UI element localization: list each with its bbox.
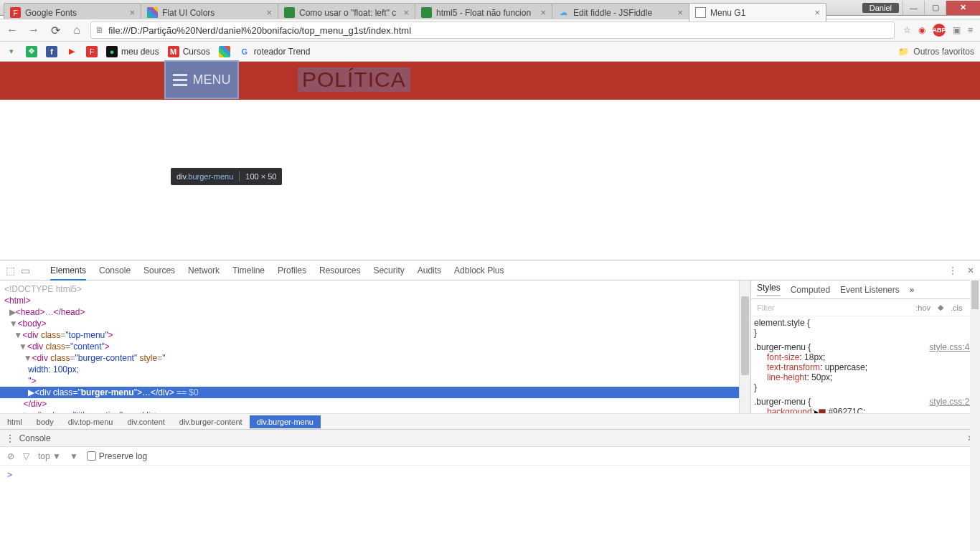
devtools-close-icon[interactable]: ✕ xyxy=(967,265,974,276)
tab-close-icon[interactable]: × xyxy=(540,7,546,18)
inspect-icon[interactable]: ⬚ xyxy=(6,265,15,276)
pin-icon[interactable]: ◆ xyxy=(938,303,943,312)
color-swatch[interactable] xyxy=(819,409,826,413)
styles-tabs: Styles Computed Event Listeners » xyxy=(751,281,980,299)
filter-icon[interactable]: ▽ xyxy=(23,451,29,461)
bookmark-item[interactable]: ●meu deus xyxy=(106,46,159,57)
tab-favicon: F xyxy=(10,7,21,18)
devtools-tab[interactable]: Network xyxy=(188,265,220,279)
bookmark-item[interactable]: ❖ xyxy=(26,46,37,57)
devtools-tab[interactable]: Timeline xyxy=(232,265,265,279)
bookmark-icon: ● xyxy=(106,46,118,57)
scope-select[interactable]: top ▼ xyxy=(38,451,61,461)
drawer-menu-icon[interactable]: ⋮ xyxy=(6,433,14,443)
tab-close-icon[interactable]: × xyxy=(129,7,135,18)
bookmark-icon: G xyxy=(239,46,250,57)
tab-favicon xyxy=(284,7,295,18)
other-bookmarks[interactable]: 📁 Outros favoritos xyxy=(898,47,974,57)
address-text: file:///D:/Partição%20Nerd/daniel%20boni… xyxy=(108,25,411,36)
devtools-body: <!DOCTYPE html5> <html> ▶<head>…</head> … xyxy=(0,281,980,413)
device-icon[interactable]: ▭ xyxy=(21,265,30,276)
breadcrumb-item[interactable]: div.burger-content xyxy=(172,415,250,428)
devtools-tab[interactable]: Console xyxy=(99,265,131,279)
source-link-2[interactable]: style.css:26 xyxy=(929,397,974,407)
tab-close-icon[interactable]: × xyxy=(403,7,409,18)
source-link-1[interactable]: style.css:48 xyxy=(929,342,974,352)
dom-selected-node[interactable]: ▶<div class="burger-menu">…</div> == $0 xyxy=(0,387,739,398)
breadcrumb-item[interactable]: div.burger-menu xyxy=(250,415,321,428)
tab-title: Como usar o "float: left" c xyxy=(299,8,400,18)
camera-icon[interactable]: ▣ xyxy=(953,25,961,35)
devtools-more-icon[interactable]: ⋮ xyxy=(948,265,957,276)
styles-filter[interactable]: Filter xyxy=(757,303,774,312)
bookmark-item[interactable]: f xyxy=(46,46,57,57)
reload-button[interactable]: ⟳ xyxy=(47,24,63,37)
devtools-tab[interactable]: Adblock Plus xyxy=(454,265,504,279)
styles-tab-listeners[interactable]: Event Listeners xyxy=(840,285,900,295)
abp-icon[interactable]: ABP xyxy=(933,24,946,37)
console-tab[interactable]: Console xyxy=(19,433,51,443)
bookmark-star-icon[interactable]: ☆ xyxy=(903,25,911,35)
minimize-button[interactable]: — xyxy=(903,1,924,15)
home-button[interactable]: ⌂ xyxy=(69,24,85,37)
bookmark-icon: ❖ xyxy=(26,46,37,57)
address-bar[interactable]: 🗎 file:///D:/Partição%20Nerd/daniel%20bo… xyxy=(90,22,895,39)
maximize-button[interactable]: ▢ xyxy=(924,1,946,15)
devtools-tab[interactable]: Profiles xyxy=(278,265,306,279)
close-button[interactable]: ✕ xyxy=(946,1,980,15)
bookmark-icon: ▾ xyxy=(6,46,17,57)
extension-icon[interactable]: ◉ xyxy=(918,25,925,35)
bookmark-label: roteador Trend xyxy=(254,47,311,57)
bookmark-item[interactable]: MCursos xyxy=(168,46,210,57)
back-button[interactable]: ← xyxy=(4,24,20,37)
windows-user-badge: Daniel xyxy=(862,3,899,13)
devtools-tab[interactable]: Resources xyxy=(319,265,360,279)
menu-label: MENU xyxy=(193,72,231,88)
browser-tab[interactable]: Menu G1× xyxy=(689,3,826,22)
tab-close-icon[interactable]: × xyxy=(266,7,272,18)
bookmark-icon: M xyxy=(168,46,179,57)
page-icon: 🗎 xyxy=(95,25,104,35)
styles-tab-styles[interactable]: Styles xyxy=(757,283,781,296)
bookmark-item[interactable]: F xyxy=(86,46,98,57)
devtools-tab[interactable]: Audits xyxy=(418,265,441,279)
breadcrumb-item[interactable]: div.content xyxy=(120,415,171,428)
styles-scrollbar[interactable] xyxy=(970,279,980,551)
devtools-tab[interactable]: Sources xyxy=(143,265,175,279)
breadcrumb-item[interactable]: body xyxy=(29,415,61,428)
bookmark-item[interactable]: ▶ xyxy=(66,46,77,57)
dom-scrollbar[interactable] xyxy=(739,281,750,413)
forward-button[interactable]: → xyxy=(26,24,42,37)
clear-console-icon[interactable]: ⊘ xyxy=(7,451,14,461)
cls-toggle[interactable]: .cls xyxy=(951,303,963,312)
burger-menu[interactable]: MENU xyxy=(166,62,237,98)
tab-close-icon[interactable]: × xyxy=(677,7,683,18)
devtools-tab[interactable]: Security xyxy=(373,265,404,279)
styles-body[interactable]: element.style { } style.css:48 .burger-m… xyxy=(751,316,980,413)
breadcrumb-item[interactable]: html xyxy=(0,415,29,428)
page-viewport: MENU POLÍTICA div.burger-menu 100 × 50 ⬚… xyxy=(0,62,980,551)
bookmark-item[interactable]: Groteador Trend xyxy=(239,46,311,57)
styles-tab-computed[interactable]: Computed xyxy=(791,285,830,295)
browser-toolbar: ← → ⟳ ⌂ 🗎 file:///D:/Partição%20Nerd/dan… xyxy=(0,19,980,42)
preserve-log-checkbox[interactable]: Preserve log xyxy=(87,451,147,461)
bookmark-icon xyxy=(219,46,230,57)
styles-tab-more-icon[interactable]: » xyxy=(910,285,915,295)
top-menu-bar: MENU POLÍTICA xyxy=(0,62,980,100)
devtools-tab[interactable]: Elements xyxy=(50,265,86,281)
bookmark-item[interactable] xyxy=(219,46,230,57)
menu-icon[interactable]: ≡ xyxy=(968,25,973,35)
tab-title: Google Fonts xyxy=(25,8,126,18)
hov-toggle[interactable]: :hov xyxy=(915,303,930,312)
toolbar-right: ☆ ◉ ABP ▣ ≡ xyxy=(900,24,976,37)
bookmark-icon: ▶ xyxy=(66,46,77,57)
bookmark-item[interactable]: ▾ xyxy=(6,46,17,57)
breadcrumb-item[interactable]: div.top-menu xyxy=(61,415,121,428)
console-body[interactable]: > xyxy=(0,466,980,551)
bookmark-icon: F xyxy=(86,46,98,57)
dom-tree[interactable]: <!DOCTYPE html5> <html> ▶<head>…</head> … xyxy=(0,281,739,413)
rule-element-style: element.style { xyxy=(754,318,977,328)
tab-title: Flat UI Colors xyxy=(162,8,263,18)
level-select[interactable]: ▼ xyxy=(70,451,78,461)
tab-close-icon[interactable]: × xyxy=(814,7,820,18)
